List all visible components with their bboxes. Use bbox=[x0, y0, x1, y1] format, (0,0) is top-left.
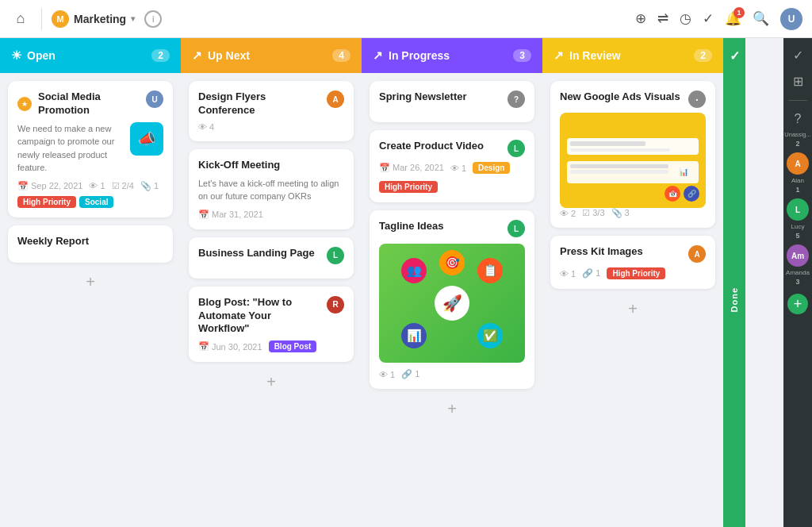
search-icon[interactable]: 🔍 bbox=[753, 10, 769, 27]
alan-label: Alan bbox=[791, 177, 804, 184]
done-check-icon: ✓ bbox=[723, 38, 745, 73]
column-upnext: ↗ Up Next 4 Design Flyers Conference A 👁… bbox=[181, 38, 362, 527]
kickoff-date: 📅 Mar 31, 2021 bbox=[198, 210, 263, 220]
add-icon[interactable]: ⊕ bbox=[635, 10, 646, 27]
workspace-icon: M bbox=[52, 10, 69, 28]
amanda-label: Amanda bbox=[786, 269, 810, 276]
amanda-group[interactable]: Am Amanda 3 bbox=[786, 244, 810, 286]
card-product-video[interactable]: Create Product Video L 📅 Mar 26, 2021 👁 … bbox=[370, 130, 534, 202]
card-avatar-video: L bbox=[508, 140, 525, 157]
unassigned-label: Unassig... bbox=[784, 131, 810, 138]
alan-group[interactable]: A Alan 1 bbox=[787, 152, 809, 194]
tag-blogpost: Blog Post bbox=[269, 340, 317, 352]
card-header-flyers: Design Flyers Conference A bbox=[198, 90, 344, 117]
card-header-blog: Blog Post: "How to Automate Your Workflo… bbox=[198, 296, 344, 337]
card-meta-tagline: 👁 1 🔗 1 bbox=[379, 369, 525, 379]
question-icon: ? bbox=[791, 109, 805, 129]
column-done[interactable]: ✓ Done bbox=[723, 38, 745, 527]
card-header-ads: New Google Ads Visuals • bbox=[560, 90, 706, 108]
lucy-label: Lucy bbox=[791, 223, 805, 230]
card-google-ads[interactable]: New Google Ads Visuals • bbox=[550, 81, 715, 228]
video-count: 👁 1 bbox=[450, 163, 466, 173]
card-meta-video: 📅 Mar 26, 2021 👁 1 Design bbox=[379, 162, 525, 174]
timer-icon[interactable]: ◷ bbox=[680, 10, 691, 27]
workspace-label: Marketing bbox=[74, 13, 126, 25]
add-card-open[interactable]: + bbox=[79, 271, 102, 294]
card-meta-press: 👁 1 🔗 1 High Priority bbox=[560, 267, 706, 279]
card-social-media[interactable]: ★ Social Media Promotion U We need to ma… bbox=[8, 81, 173, 217]
add-card-inprogress[interactable]: + bbox=[440, 397, 464, 421]
card-count1: 👁 1 bbox=[89, 181, 105, 190]
kanban-board: ☀ Open 2 ★ Social Media Promotion U bbox=[0, 38, 783, 527]
press-count1: 👁 1 bbox=[560, 269, 576, 279]
tag-high-priority-video: High Priority bbox=[379, 181, 438, 193]
ads-count3: 📎 3 bbox=[611, 208, 630, 218]
card-count2: ☑ 2/4 bbox=[112, 181, 134, 191]
amanda-count: 3 bbox=[795, 278, 799, 286]
google-ads-image: 📊 📅 🔗 bbox=[560, 113, 706, 208]
inreview-count-badge: 2 bbox=[694, 49, 712, 62]
add-card-upnext[interactable]: + bbox=[259, 370, 283, 394]
column-label-open: Open bbox=[27, 49, 56, 62]
orbit-icon-2: 📋 bbox=[477, 258, 503, 283]
card-icon-box: 📣 bbox=[130, 122, 163, 156]
layers-icon[interactable]: ⇌ bbox=[657, 10, 668, 27]
check-icon[interactable]: ✓ bbox=[703, 10, 714, 27]
column-inprogress-body: Spring Newsletter ? Create Product Video… bbox=[362, 73, 542, 527]
card-weekly-report[interactable]: Weekly Report bbox=[8, 225, 173, 263]
lucy-avatar[interactable]: L bbox=[787, 198, 809, 221]
lucy-group[interactable]: L Lucy 5 bbox=[787, 198, 809, 240]
card-design-flyers[interactable]: Design Flyers Conference A 👁 4 bbox=[189, 81, 354, 141]
column-header-open: ☀ Open 2 bbox=[0, 38, 181, 73]
amanda-avatar[interactable]: Am bbox=[787, 244, 809, 267]
column-inreview: ↗ In Review 2 New Google Ads Visuals • bbox=[542, 38, 723, 527]
card-desc-kickoff: Let's have a kick-off meeting to align o… bbox=[198, 177, 344, 203]
unassigned-group: ? Unassig... 2 bbox=[784, 109, 810, 148]
column-header-inprogress: ↗ In Progress 3 bbox=[362, 38, 542, 73]
column-header-left: ↗ In Progress bbox=[373, 48, 450, 63]
add-card-inreview[interactable]: + bbox=[621, 297, 645, 321]
tagline-image: 🎯 👥 📋 📊 ✅ 🚀 bbox=[379, 244, 525, 363]
card-spring-newsletter[interactable]: Spring Newsletter ? bbox=[370, 81, 534, 122]
card-press-kit[interactable]: Press Kit Images A 👁 1 🔗 1 High Priority bbox=[550, 236, 715, 289]
upnext-count-badge: 4 bbox=[332, 49, 350, 62]
panel-check-icon[interactable]: ✓ bbox=[790, 44, 806, 66]
card-title-flyers: Design Flyers Conference bbox=[198, 90, 322, 117]
card-priority: High Priority bbox=[379, 179, 525, 193]
card-header-press: Press Kit Images A bbox=[560, 245, 706, 263]
panel-divider bbox=[788, 100, 807, 101]
orbit-icon-top: 🎯 bbox=[439, 250, 465, 275]
user-avatar[interactable]: U bbox=[780, 8, 802, 30]
card-header-newsletter: Spring Newsletter ? bbox=[379, 90, 525, 108]
inreview-icon: ↗ bbox=[553, 48, 564, 63]
ads-count2: ☑ 3/3 bbox=[582, 208, 604, 218]
column-label-upnext: Up Next bbox=[208, 49, 250, 62]
blog-date: 📅 Jun 30, 2021 bbox=[198, 341, 262, 352]
home-icon[interactable]: ⌂ bbox=[10, 8, 32, 30]
card-desc-social: We need to make a new campaign to promot… bbox=[17, 122, 122, 175]
card-blog-post[interactable]: Blog Post: "How to Automate Your Workflo… bbox=[189, 287, 354, 363]
bell-icon[interactable]: 🔔 1 bbox=[725, 10, 741, 27]
tagline-count1: 👁 1 bbox=[379, 370, 395, 379]
workspace-selector[interactable]: M Marketing ▾ bbox=[52, 10, 135, 28]
column-header-inreview: ↗ In Review 2 bbox=[542, 38, 723, 73]
panel-layout-icon[interactable]: ⊞ bbox=[790, 71, 806, 92]
tag-high-priority-press: High Priority bbox=[607, 267, 665, 279]
column-header-left: ↗ In Review bbox=[553, 48, 621, 63]
card-title-blog: Blog Post: "How to Automate Your Workflo… bbox=[198, 296, 322, 337]
card-header-kickoff: Kick-Off Meeting bbox=[198, 159, 344, 172]
card-meta-kickoff: 📅 Mar 31, 2021 bbox=[198, 210, 344, 220]
card-avatar-tagline: L bbox=[508, 220, 525, 237]
card-business-landing[interactable]: Business Landing Page L bbox=[189, 237, 354, 279]
tag-social: Social bbox=[79, 196, 113, 208]
flyers-count: 👁 4 bbox=[198, 122, 214, 132]
info-icon[interactable]: i bbox=[144, 10, 162, 28]
column-label-inprogress: In Progress bbox=[389, 49, 450, 62]
add-member-button[interactable]: + bbox=[787, 294, 808, 314]
card-kickoff[interactable]: Kick-Off Meeting Let's have a kick-off m… bbox=[189, 149, 354, 229]
card-tagline-ideas[interactable]: Tagline Ideas L 🎯 👥 📋 📊 ✅ 🚀 bbox=[370, 210, 534, 389]
card-header-landing: Business Landing Page L bbox=[198, 247, 344, 264]
alan-avatar[interactable]: A bbox=[787, 152, 809, 175]
card-title-kickoff: Kick-Off Meeting bbox=[198, 159, 344, 172]
chevron-down-icon: ▾ bbox=[131, 14, 135, 23]
